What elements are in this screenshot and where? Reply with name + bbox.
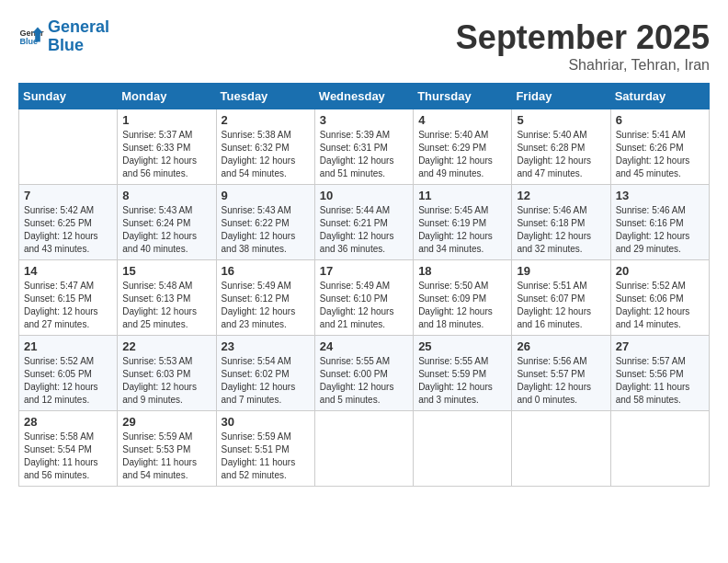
calendar-cell: 10Sunrise: 5:44 AMSunset: 6:21 PMDayligh… bbox=[314, 185, 413, 260]
weekday-header-friday: Friday bbox=[512, 84, 610, 109]
calendar-cell: 14Sunrise: 5:47 AMSunset: 6:15 PMDayligh… bbox=[19, 260, 118, 336]
day-info: Sunrise: 5:54 AMSunset: 6:02 PMDaylight:… bbox=[222, 355, 310, 407]
day-info: Sunrise: 5:40 AMSunset: 6:28 PMDaylight:… bbox=[517, 129, 605, 180]
day-info: Sunrise: 5:58 AMSunset: 5:54 PMDaylight:… bbox=[24, 431, 112, 482]
day-info: Sunrise: 5:55 AMSunset: 5:59 PMDaylight:… bbox=[418, 355, 506, 407]
logo-name: General Blue bbox=[48, 18, 109, 55]
calendar-cell bbox=[610, 411, 709, 487]
day-number: 11 bbox=[418, 189, 506, 202]
day-info: Sunrise: 5:38 AMSunset: 6:32 PMDaylight:… bbox=[222, 129, 310, 180]
month-title: September 2025 bbox=[456, 18, 710, 57]
calendar-cell: 27Sunrise: 5:57 AMSunset: 5:56 PMDayligh… bbox=[610, 336, 709, 411]
weekday-header-tuesday: Tuesday bbox=[216, 84, 314, 109]
calendar-cell: 4Sunrise: 5:40 AMSunset: 6:29 PMDaylight… bbox=[414, 109, 512, 185]
day-number: 3 bbox=[320, 113, 408, 127]
day-info: Sunrise: 5:49 AMSunset: 6:10 PMDaylight:… bbox=[320, 280, 408, 331]
calendar-cell: 13Sunrise: 5:46 AMSunset: 6:16 PMDayligh… bbox=[610, 185, 709, 260]
day-number: 21 bbox=[24, 339, 112, 353]
day-info: Sunrise: 5:40 AMSunset: 6:29 PMDaylight:… bbox=[418, 129, 506, 180]
logo-line1: General bbox=[48, 17, 109, 36]
day-number: 28 bbox=[24, 415, 112, 429]
calendar-cell bbox=[512, 411, 610, 487]
calendar-table: SundayMondayTuesdayWednesdayThursdayFrid… bbox=[18, 83, 710, 487]
day-info: Sunrise: 5:43 AMSunset: 6:22 PMDaylight:… bbox=[222, 204, 310, 256]
weekday-header-sunday: Sunday bbox=[19, 84, 118, 109]
day-number: 22 bbox=[122, 339, 210, 353]
location-subtitle: Shahriar, Tehran, Iran bbox=[456, 57, 710, 74]
day-number: 20 bbox=[616, 264, 704, 278]
calendar-cell: 23Sunrise: 5:54 AMSunset: 6:02 PMDayligh… bbox=[216, 336, 314, 411]
calendar-cell: 25Sunrise: 5:55 AMSunset: 5:59 PMDayligh… bbox=[414, 336, 512, 411]
title-block: September 2025 Shahriar, Tehran, Iran bbox=[456, 18, 710, 74]
day-info: Sunrise: 5:44 AMSunset: 6:21 PMDaylight:… bbox=[320, 204, 408, 256]
day-number: 7 bbox=[24, 189, 112, 202]
svg-text:Blue: Blue bbox=[19, 37, 38, 46]
calendar-cell: 19Sunrise: 5:51 AMSunset: 6:07 PMDayligh… bbox=[512, 260, 610, 336]
day-info: Sunrise: 5:47 AMSunset: 6:15 PMDaylight:… bbox=[24, 280, 112, 331]
day-info: Sunrise: 5:51 AMSunset: 6:07 PMDaylight:… bbox=[517, 280, 605, 331]
day-info: Sunrise: 5:50 AMSunset: 6:09 PMDaylight:… bbox=[418, 280, 506, 331]
day-number: 26 bbox=[517, 339, 605, 353]
day-number: 4 bbox=[418, 113, 506, 127]
calendar-cell: 3Sunrise: 5:39 AMSunset: 6:31 PMDaylight… bbox=[314, 109, 413, 185]
week-row-1: 1Sunrise: 5:37 AMSunset: 6:33 PMDaylight… bbox=[19, 109, 710, 185]
day-info: Sunrise: 5:49 AMSunset: 6:12 PMDaylight:… bbox=[222, 280, 310, 331]
day-number: 15 bbox=[122, 264, 210, 278]
day-number: 14 bbox=[24, 264, 112, 278]
day-number: 6 bbox=[616, 113, 704, 127]
weekday-header-wednesday: Wednesday bbox=[314, 84, 413, 109]
calendar-cell: 9Sunrise: 5:43 AMSunset: 6:22 PMDaylight… bbox=[216, 185, 314, 260]
calendar-cell: 7Sunrise: 5:42 AMSunset: 6:25 PMDaylight… bbox=[19, 185, 118, 260]
day-info: Sunrise: 5:53 AMSunset: 6:03 PMDaylight:… bbox=[122, 355, 210, 407]
day-info: Sunrise: 5:48 AMSunset: 6:13 PMDaylight:… bbox=[122, 280, 210, 331]
day-number: 24 bbox=[320, 339, 408, 353]
day-number: 30 bbox=[222, 415, 310, 429]
day-info: Sunrise: 5:56 AMSunset: 5:57 PMDaylight:… bbox=[517, 355, 605, 407]
calendar-cell: 11Sunrise: 5:45 AMSunset: 6:19 PMDayligh… bbox=[414, 185, 512, 260]
day-number: 18 bbox=[418, 264, 506, 278]
logo: General Blue General Blue bbox=[18, 18, 109, 55]
calendar-cell: 22Sunrise: 5:53 AMSunset: 6:03 PMDayligh… bbox=[118, 336, 216, 411]
day-info: Sunrise: 5:59 AMSunset: 5:53 PMDaylight:… bbox=[122, 431, 210, 482]
day-info: Sunrise: 5:55 AMSunset: 6:00 PMDaylight:… bbox=[320, 355, 408, 407]
day-number: 2 bbox=[222, 113, 310, 127]
day-info: Sunrise: 5:52 AMSunset: 6:05 PMDaylight:… bbox=[24, 355, 112, 407]
page-header: General Blue General Blue September 2025… bbox=[18, 18, 710, 74]
day-info: Sunrise: 5:46 AMSunset: 6:16 PMDaylight:… bbox=[616, 204, 704, 256]
week-row-5: 28Sunrise: 5:58 AMSunset: 5:54 PMDayligh… bbox=[19, 411, 710, 487]
calendar-cell bbox=[414, 411, 512, 487]
calendar-cell: 26Sunrise: 5:56 AMSunset: 5:57 PMDayligh… bbox=[512, 336, 610, 411]
day-info: Sunrise: 5:45 AMSunset: 6:19 PMDaylight:… bbox=[418, 204, 506, 256]
day-number: 9 bbox=[222, 189, 310, 202]
weekday-header-monday: Monday bbox=[118, 84, 216, 109]
weekday-header-saturday: Saturday bbox=[610, 84, 709, 109]
weekday-header-thursday: Thursday bbox=[414, 84, 512, 109]
calendar-cell: 24Sunrise: 5:55 AMSunset: 6:00 PMDayligh… bbox=[314, 336, 413, 411]
week-row-2: 7Sunrise: 5:42 AMSunset: 6:25 PMDaylight… bbox=[19, 185, 710, 260]
day-number: 12 bbox=[517, 189, 605, 202]
calendar-cell: 29Sunrise: 5:59 AMSunset: 5:53 PMDayligh… bbox=[118, 411, 216, 487]
day-number: 16 bbox=[222, 264, 310, 278]
calendar-cell: 17Sunrise: 5:49 AMSunset: 6:10 PMDayligh… bbox=[314, 260, 413, 336]
weekday-header-row: SundayMondayTuesdayWednesdayThursdayFrid… bbox=[19, 84, 710, 109]
day-number: 27 bbox=[616, 339, 704, 353]
calendar-cell: 15Sunrise: 5:48 AMSunset: 6:13 PMDayligh… bbox=[118, 260, 216, 336]
logo-icon: General Blue bbox=[18, 24, 44, 50]
day-number: 8 bbox=[122, 189, 210, 202]
week-row-3: 14Sunrise: 5:47 AMSunset: 6:15 PMDayligh… bbox=[19, 260, 710, 336]
day-number: 10 bbox=[320, 189, 408, 202]
day-info: Sunrise: 5:42 AMSunset: 6:25 PMDaylight:… bbox=[24, 204, 112, 256]
day-number: 19 bbox=[517, 264, 605, 278]
day-info: Sunrise: 5:59 AMSunset: 5:51 PMDaylight:… bbox=[222, 431, 310, 482]
calendar-cell: 30Sunrise: 5:59 AMSunset: 5:51 PMDayligh… bbox=[216, 411, 314, 487]
day-info: Sunrise: 5:39 AMSunset: 6:31 PMDaylight:… bbox=[320, 129, 408, 180]
day-info: Sunrise: 5:52 AMSunset: 6:06 PMDaylight:… bbox=[616, 280, 704, 331]
day-info: Sunrise: 5:46 AMSunset: 6:18 PMDaylight:… bbox=[517, 204, 605, 256]
day-number: 1 bbox=[122, 113, 210, 127]
logo-line2: Blue bbox=[48, 36, 84, 54]
calendar-cell: 1Sunrise: 5:37 AMSunset: 6:33 PMDaylight… bbox=[118, 109, 216, 185]
day-info: Sunrise: 5:37 AMSunset: 6:33 PMDaylight:… bbox=[122, 129, 210, 180]
calendar-cell bbox=[314, 411, 413, 487]
calendar-cell: 21Sunrise: 5:52 AMSunset: 6:05 PMDayligh… bbox=[19, 336, 118, 411]
day-number: 25 bbox=[418, 339, 506, 353]
